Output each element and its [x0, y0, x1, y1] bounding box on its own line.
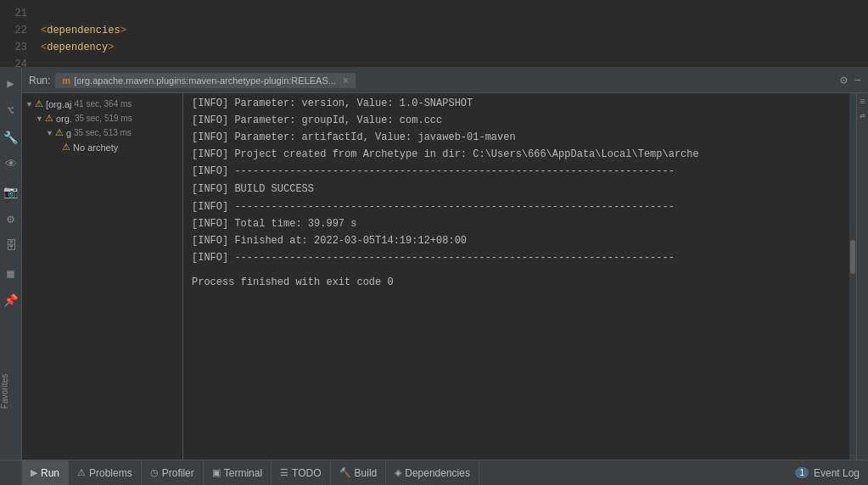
todo-tab-label: TODO [292, 467, 321, 479]
settings-icon[interactable]: 🔧 [3, 129, 20, 146]
output-line-success-wrapper: [INFO] BUILD SUCCESS [192, 180, 848, 198]
item-text-2: org. [56, 114, 72, 124]
wrap-icon[interactable]: ⇌ [858, 110, 868, 120]
tree-item-1[interactable]: ▼ ⚠ [org.aj 41 sec, 364 ms [22, 97, 182, 111]
warning-icon-1: ⚠ [35, 98, 43, 109]
run-header: Run: m [org.apache.maven.plugins:maven-a… [0, 68, 868, 93]
run-tab-icon: ▶ [31, 467, 37, 478]
gear-icon[interactable]: ⚙ [3, 210, 20, 227]
run-icon[interactable]: ▶ [3, 75, 20, 92]
tree-panel: ▼ ⚠ [org.aj 41 sec, 364 ms ▼ ⚠ org. 35 s… [22, 93, 183, 460]
run-label: Run: [29, 75, 50, 86]
tab-profiler[interactable]: ◷ Profiler [142, 460, 204, 486]
code-editor-area: 21 22 23 24 <dependencies> <dependency> [0, 0, 868, 68]
run-tab-label: Run [41, 467, 59, 479]
profiler-tab-label: Profiler [162, 467, 194, 479]
item-text-4: No archety [73, 142, 118, 153]
git-icon[interactable]: ⌥ [3, 102, 20, 119]
output-line-5: [INFO] ---------------------------------… [192, 163, 848, 180]
arrow-icon: ▼ [25, 100, 33, 109]
minimize-button[interactable]: − [854, 74, 861, 87]
code-content: <dependencies> <dependency> [34, 0, 133, 67]
right-sidebar: ≡ ⇌ [856, 93, 868, 460]
arrow-icon-3: ▼ [46, 129, 53, 137]
tree-item-3[interactable]: ▼ ⚠ g 35 sec, 513 ms [22, 125, 182, 140]
event-log-badge: 1 [795, 467, 809, 478]
tab-run[interactable]: ▶ Run [22, 460, 69, 486]
settings-button[interactable]: ⚙ [840, 73, 847, 87]
deps-tab-icon: ◈ [395, 467, 401, 478]
scrollbar-thumb[interactable] [850, 240, 855, 274]
tree-item-4[interactable]: ⚠ No archety [22, 140, 182, 154]
event-log-label: Event Log [814, 467, 860, 479]
warning-icon-3: ⚠ [55, 127, 64, 138]
run-tab[interactable]: m [org.apache.maven.plugins:maven-archet… [55, 73, 356, 88]
item-time-3: 35 sec, 513 ms [74, 128, 132, 137]
output-line-9: [INFO] Finished at: 2022-03-05T14:19:12+… [192, 232, 848, 249]
run-window: Run: m [org.apache.maven.plugins:maven-a… [0, 68, 868, 460]
run-body: ▶ ↺ ■ ✕ ▼ ⚠ [org.aj 41 sec, 364 ms ▼ ⚠ o… [0, 93, 868, 460]
item-text-3: g [66, 128, 71, 138]
run-tab-text: [org.apache.maven.plugins:maven-archetyp… [74, 75, 336, 86]
output-line-8: [INFO] Total time: 39.997 s [192, 215, 848, 232]
favorites-label: Favorites [0, 374, 22, 409]
run-header-right: ⚙ − [840, 73, 861, 87]
build-tab-label: Build [355, 467, 378, 479]
maven-icon: m [62, 75, 70, 86]
tab-problems[interactable]: ⚠ Problems [69, 460, 142, 486]
warning-icon-2: ⚠ [45, 113, 53, 124]
line-numbers: 21 22 23 24 [0, 0, 34, 67]
event-log-tab[interactable]: 1 Event Log [787, 460, 868, 486]
item-time-1: 41 sec, 364 ms [75, 99, 132, 109]
tree-item-2[interactable]: ▼ ⚠ org. 35 sec, 519 ms [22, 111, 182, 125]
tab-dependencies[interactable]: ◈ Dependencies [386, 460, 479, 486]
layout-icon[interactable]: ▦ [3, 265, 20, 282]
profiler-tab-icon: ◷ [150, 467, 159, 478]
filter-icon[interactable]: ≡ [858, 97, 868, 107]
problems-tab-icon: ⚠ [77, 467, 86, 478]
output-line-4: [INFO] Project created from Archetype in… [192, 146, 848, 163]
build-success-text: [INFO] BUILD SUCCESS [192, 183, 314, 195]
output-line-2: [INFO] Parameter: groupId, Value: com.cc… [192, 112, 848, 129]
arrow-icon-4 [56, 143, 60, 152]
todo-tab-icon: ☰ [280, 467, 288, 478]
problems-tab-label: Problems [89, 467, 132, 479]
output-line-7: [INFO] ---------------------------------… [192, 198, 848, 215]
arrow-icon-2: ▼ [36, 114, 43, 123]
output-line-3: [INFO] Parameter: artifactId, Value: jav… [192, 129, 848, 146]
warning-icon-4: ⚠ [62, 142, 70, 153]
far-left-bar: ▶ ⌥ 🔧 👁 📷 ⚙ 🗄 ▦ 📌 Favorites [0, 68, 22, 460]
tab-build[interactable]: 🔨 Build [331, 460, 387, 486]
tab-todo[interactable]: ☰ TODO [272, 460, 330, 486]
deps-tab-label: Dependencies [405, 467, 470, 479]
item-text-1: [org.aj [46, 99, 72, 109]
output-line-1: [INFO] Parameter: version, Value: 1.0-SN… [192, 95, 848, 112]
build-tab-icon: 🔨 [339, 467, 351, 478]
pin-icon[interactable]: 📌 [3, 292, 20, 309]
camera-icon[interactable]: 📷 [3, 183, 20, 200]
terminal-tab-label: Terminal [224, 467, 262, 479]
item-time-2: 35 sec, 519 ms [75, 114, 132, 123]
process-finished-text: Process finished with exit code 0 [192, 276, 848, 288]
db-icon[interactable]: 🗄 [3, 237, 20, 254]
close-tab-button[interactable]: × [343, 75, 349, 86]
eye-icon[interactable]: 👁 [3, 156, 20, 173]
terminal-tab-icon: ▣ [212, 467, 221, 478]
output-line-10: [INFO] ---------------------------------… [192, 249, 848, 266]
scrollbar-track[interactable] [849, 93, 856, 460]
tab-terminal[interactable]: ▣ Terminal [204, 460, 272, 486]
output-panel: [INFO] Parameter: version, Value: 1.0-SN… [183, 93, 856, 460]
bottom-toolbar: ▶ Run ⚠ Problems ◷ Profiler ▣ Terminal ☰… [0, 460, 868, 485]
